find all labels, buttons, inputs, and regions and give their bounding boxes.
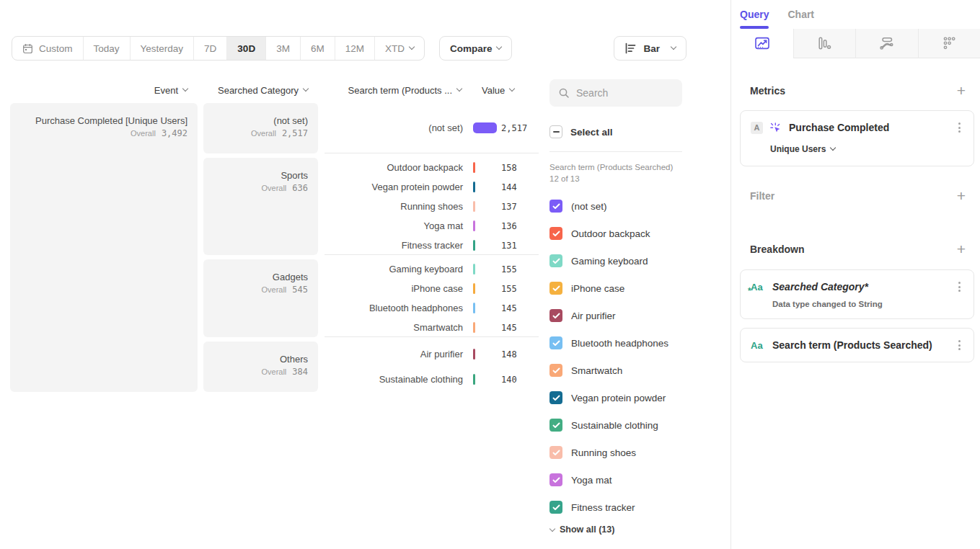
term-row[interactable]: Air purifier148 <box>325 344 539 364</box>
term-row[interactable]: Bluetooth headphones145 <box>325 298 539 318</box>
category-overall: Overall636 <box>261 183 308 193</box>
checkbox-checked-icon[interactable] <box>549 336 562 349</box>
term-row[interactable]: Smartwatch145 <box>325 318 539 337</box>
legend-item[interactable]: Sustainable clothing <box>549 411 682 439</box>
term-row[interactable]: Gaming keyboard155 <box>325 259 539 279</box>
value-bar <box>473 322 475 333</box>
range-12m[interactable]: 12M <box>335 37 374 60</box>
search-input[interactable] <box>576 87 674 99</box>
select-all-row[interactable]: Select all <box>549 125 682 138</box>
term-row[interactable]: Outdoor backpack158 <box>325 158 539 177</box>
overall-value: 636 <box>292 183 308 193</box>
value-bar-slot <box>473 201 497 212</box>
range-30d[interactable]: 30D <box>226 37 265 60</box>
chevron-down-icon <box>409 44 415 50</box>
chevron-down-icon <box>830 145 836 151</box>
checkbox-checked-icon[interactable] <box>549 282 562 295</box>
category-group: (not set)Overall2,517(not set)2,517 <box>203 103 539 153</box>
range-yesterday[interactable]: Yesterday <box>130 37 194 60</box>
compare-button[interactable]: Compare <box>439 36 513 61</box>
term-row[interactable]: Yoga mat136 <box>325 216 539 236</box>
breakdown-note: Data type changed to String <box>772 300 963 308</box>
kebab-menu-icon[interactable] <box>955 339 963 352</box>
term-label: Bluetooth headphones <box>325 303 463 313</box>
legend-item-label: Gaming keyboard <box>571 256 648 267</box>
tab-insights[interactable] <box>731 29 793 58</box>
term-row[interactable]: (not set)2,517 <box>325 118 539 138</box>
tab-query[interactable]: Query <box>740 9 769 29</box>
term-value: 2,517 <box>501 123 539 133</box>
column-header-search-term[interactable]: Search term (Products ... <box>325 85 463 96</box>
tab-retention[interactable] <box>918 29 980 58</box>
range-xtd[interactable]: XTD <box>374 37 424 60</box>
measurement-dropdown[interactable]: Unique Users <box>770 144 963 154</box>
checkbox-checked-icon[interactable] <box>549 227 562 240</box>
column-header-event[interactable]: Event <box>10 85 198 96</box>
value-bar <box>473 162 475 173</box>
legend-item-label: Bluetooth headphones <box>571 338 668 349</box>
value-bar <box>473 122 497 133</box>
breakdown-heading: Breakdown <box>750 244 804 255</box>
search-box <box>549 79 682 107</box>
checkbox-checked-icon[interactable] <box>549 473 562 486</box>
range-7d[interactable]: 7D <box>193 37 226 60</box>
show-all-button[interactable]: Show all (13) <box>549 525 682 535</box>
legend-item-label: Yoga mat <box>571 475 612 486</box>
range-label: 7D <box>204 43 216 54</box>
legend-item-label: (not set) <box>571 201 607 212</box>
value-bar-slot <box>473 374 497 385</box>
checkbox-checked-icon[interactable] <box>549 419 562 432</box>
value-bar-slot <box>473 349 497 360</box>
legend-item[interactable]: Running shoes <box>549 439 682 466</box>
legend-item[interactable]: Bluetooth headphones <box>549 329 682 357</box>
add-metric-button[interactable]: + <box>957 84 966 97</box>
checkbox-checked-icon[interactable] <box>549 501 562 514</box>
kebab-menu-icon[interactable] <box>955 121 963 134</box>
tab-chart[interactable]: Chart <box>787 9 814 29</box>
breakdown-label: Search term (Products Searched) <box>772 339 955 351</box>
legend-item[interactable]: Air purifier <box>549 302 682 329</box>
legend-item[interactable]: (not set) <box>549 192 682 220</box>
chevron-down-icon <box>496 44 502 50</box>
retention-icon <box>942 36 956 50</box>
legend-item[interactable]: Fitness tracker <box>549 494 682 521</box>
chart-type-button[interactable]: Bar <box>614 36 687 61</box>
checkbox-checked-icon[interactable] <box>549 364 562 377</box>
event-cell: Purchase Completed [Unique Users] Overal… <box>10 103 198 392</box>
value-bar <box>473 220 475 231</box>
legend-item[interactable]: Outdoor backpack <box>549 220 682 247</box>
checkbox-checked-icon[interactable] <box>549 446 562 459</box>
range-6m[interactable]: 6M <box>300 37 335 60</box>
column-header-value[interactable]: Value <box>473 85 539 96</box>
term-row[interactable]: Running shoes137 <box>325 197 539 216</box>
range-today[interactable]: Today <box>83 37 130 60</box>
metric-card: A Purchase Completed Unique Users <box>740 110 974 166</box>
term-value: 140 <box>501 375 539 385</box>
select-all-checkbox[interactable] <box>549 125 562 138</box>
range-3m[interactable]: 3M <box>265 37 300 60</box>
legend-item[interactable]: Vegan protein powder <box>549 384 682 411</box>
category-overall: Overall545 <box>261 285 308 295</box>
checkbox-checked-icon[interactable] <box>549 391 562 404</box>
checkbox-checked-icon[interactable] <box>549 200 562 213</box>
term-row[interactable]: Vegan protein powder144 <box>325 177 539 197</box>
kebab-menu-icon[interactable] <box>955 280 963 293</box>
column-header-searched-category[interactable]: Searched Category <box>203 85 318 96</box>
range-custom[interactable]: Custom <box>12 37 83 60</box>
legend-item[interactable]: Gaming keyboard <box>549 247 682 274</box>
legend-item[interactable]: Yoga mat <box>549 466 682 494</box>
tab-funnels[interactable] <box>793 29 856 58</box>
legend-item[interactable]: iPhone case <box>549 274 682 302</box>
add-filter-button[interactable]: + <box>957 189 966 202</box>
checkbox-checked-icon[interactable] <box>549 309 562 322</box>
chevron-down-icon <box>303 86 309 92</box>
range-label: 30D <box>237 43 255 54</box>
add-breakdown-button[interactable]: + <box>957 243 966 256</box>
term-row[interactable]: Sustainable clothing140 <box>325 370 539 389</box>
category-cell: (not set)Overall2,517 <box>203 103 318 153</box>
term-row[interactable]: iPhone case155 <box>325 279 539 298</box>
tab-flows[interactable] <box>855 29 918 58</box>
legend-item[interactable]: Smartwatch <box>549 357 682 384</box>
checkbox-checked-icon[interactable] <box>549 254 562 267</box>
term-row[interactable]: Fitness tracker131 <box>325 236 539 255</box>
